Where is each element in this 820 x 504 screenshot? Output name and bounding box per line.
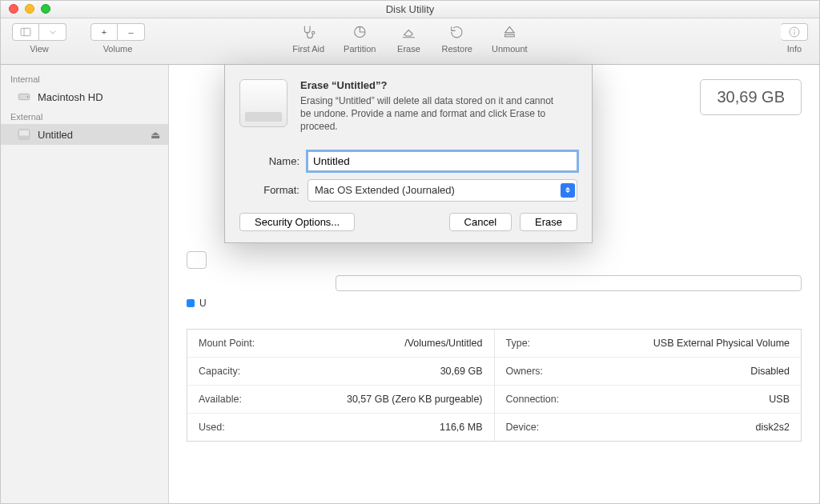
info-table: Mount Point:/Volumes/Untitled Capacity:3… [187,329,802,442]
view-label: View [30,44,49,54]
traffic-lights [9,4,50,14]
info-row-connection: Connection:USB [495,386,802,414]
sidebar-item-label: Macintosh HD [38,91,103,103]
svg-point-10 [27,96,29,98]
info-key: Owners: [506,366,544,377]
erase-button[interactable]: Erase [520,213,577,231]
partition-label: Partition [344,44,376,54]
sidebar-heading-external: External [1,107,168,124]
info-value: 30,57 GB (Zero KB purgeable) [347,394,483,405]
info-row-owners: Owners:Disabled [495,358,802,386]
info-row-type: Type:USB External Physical Volume [495,330,802,358]
minimize-window-icon[interactable] [25,4,34,14]
format-value: Mac OS Extended (Journaled) [315,184,455,196]
security-options-button[interactable]: Security Options... [239,213,355,231]
info-key: Type: [506,338,531,349]
volume-label: Volume [103,44,133,54]
info-value: disk2s2 [756,422,790,433]
maximize-window-icon[interactable] [41,4,50,14]
internal-disk-icon [17,90,31,104]
info-row-capacity: Capacity:30,69 GB [187,358,494,386]
info-value: 116,6 MB [440,422,483,433]
view-dropdown-button[interactable] [39,23,66,41]
erase-label: Erase [397,44,420,54]
format-label: Format: [239,184,308,196]
svg-rect-12 [18,136,30,140]
unmount-icon [496,23,523,41]
info-key: Mount Point: [199,338,255,349]
partition-icon [346,23,373,41]
name-label: Name: [239,155,308,167]
usage-bar [336,275,802,291]
info-key: Available: [199,394,242,405]
toolbar: View + – Volume First Aid Partition Eras… [1,18,819,65]
info-key: Capacity: [199,366,240,377]
svg-rect-0 [21,28,30,35]
toolbar-view-group: View [12,23,66,54]
usage-segment-button[interactable] [187,251,207,269]
sidebar-item-macintosh-hd[interactable]: Macintosh HD [1,86,168,107]
window-title: Disk Utility [386,3,435,15]
svg-rect-5 [504,34,514,37]
info-key: Connection: [506,394,560,405]
view-sidebar-button[interactable] [12,23,39,41]
toolbar-info-group: Info [781,23,808,54]
toolbar-center: First Aid Partition Erase Restore Unmoun… [292,23,527,54]
close-window-icon[interactable] [9,4,18,14]
erase-tool[interactable]: Erase [395,23,422,54]
info-label: Info [787,44,802,54]
info-value: USB External Physical Volume [653,338,790,349]
info-key: Used: [199,422,225,433]
updown-arrows-icon [561,183,575,198]
sidebar-item-label: Untitled [38,129,73,141]
svg-marker-4 [504,26,514,33]
dialog-title: Erase “Untitled”? [300,79,565,91]
window: Disk Utility View + – Volume [0,0,820,504]
external-disk-icon [17,127,31,142]
dialog-body: Erasing “Untitled” will delete all data … [300,94,565,134]
info-value: Disabled [750,366,790,377]
info-button[interactable] [781,23,808,41]
format-select[interactable]: Mac OS Extended (Journaled) [308,179,577,202]
unmount-tool[interactable]: Unmount [492,23,528,54]
restore-icon [444,23,471,41]
cancel-button[interactable]: Cancel [449,213,512,231]
volume-add-button[interactable]: + [90,23,118,41]
eject-icon[interactable]: ⏏ [151,129,160,141]
info-value: /Volumes/Untitled [404,338,482,349]
info-value: 30,69 GB [440,366,483,377]
volume-size-badge: 30,69 GB [700,79,802,115]
info-row-device: Device:disk2s2 [495,414,802,441]
toolbar-volume-group: + – Volume [90,23,145,54]
svg-point-2 [312,31,314,34]
restore-tool[interactable]: Restore [441,23,472,54]
svg-point-8 [794,30,794,30]
stethoscope-icon [295,23,322,41]
firstaid-tool[interactable]: First Aid [292,23,324,54]
sidebar-item-untitled[interactable]: Untitled ⏏ [1,124,168,145]
volume-remove-button[interactable]: – [118,23,145,41]
info-row-used: Used:116,6 MB [187,414,494,441]
info-row-mountpoint: Mount Point:/Volumes/Untitled [187,330,494,358]
firstaid-label: First Aid [292,44,324,54]
erase-icon [395,23,422,41]
volume-subtitle-fragment: d) [563,119,802,131]
usage-dot-icon [187,299,195,307]
sidebar-icon [19,26,32,38]
info-icon [788,26,801,38]
disk-large-icon [239,79,287,127]
info-value: USB [769,394,790,405]
chevron-down-icon [46,26,59,38]
partition-tool[interactable]: Partition [344,23,376,54]
erase-dialog: Erase “Untitled”? Erasing “Untitled” wil… [224,64,593,243]
info-col-right: Type:USB External Physical Volume Owners… [495,330,802,441]
usage-legend-fragment: U [199,298,207,309]
info-key: Device: [506,422,540,433]
restore-label: Restore [441,44,472,54]
titlebar: Disk Utility [1,1,819,18]
unmount-label: Unmount [492,44,528,54]
sidebar: Internal Macintosh HD External Untitled … [1,65,169,503]
info-col-left: Mount Point:/Volumes/Untitled Capacity:3… [187,330,495,441]
name-input[interactable] [308,151,577,171]
sidebar-heading-internal: Internal [1,70,168,86]
